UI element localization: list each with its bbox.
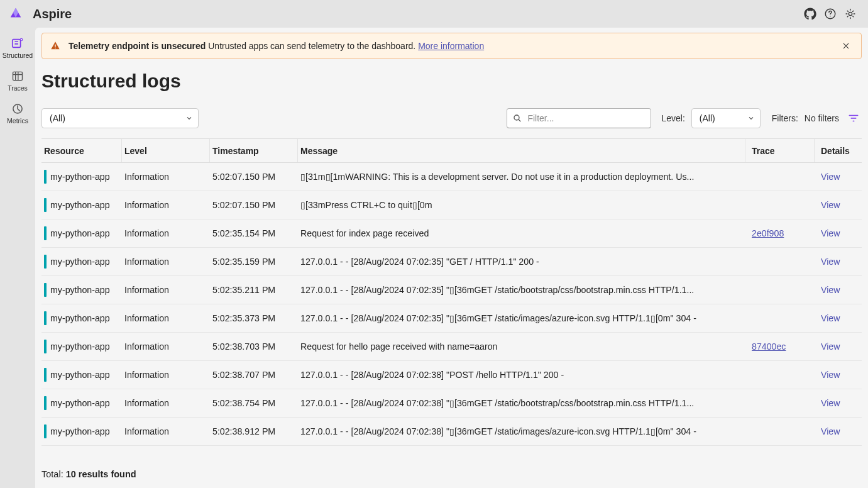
sidebar-item-structured[interactable]: Structured bbox=[1, 33, 34, 63]
timestamp-cell: 5:02:35.159 PM bbox=[210, 257, 298, 267]
message-cell: 127.0.0.1 - - [28/Aug/2024 07:02:38] "PO… bbox=[298, 370, 745, 380]
svg-point-9 bbox=[514, 115, 519, 120]
level-select-value: (All) bbox=[700, 113, 715, 123]
view-link[interactable]: View bbox=[821, 398, 840, 408]
sidebar: Structured Traces Metrics bbox=[0, 28, 35, 488]
details-cell: View bbox=[815, 341, 862, 352]
sidebar-item-traces[interactable]: Traces bbox=[1, 65, 34, 96]
trace-link[interactable]: 2e0f908 bbox=[752, 228, 784, 238]
metrics-icon bbox=[11, 102, 25, 116]
banner-bold: Telemetry endpoint is unsecured bbox=[69, 41, 206, 51]
level-select[interactable]: (All) bbox=[691, 108, 761, 128]
resource-color-bar bbox=[44, 396, 47, 410]
logs-table: Resource Level Timestamp Message Trace D… bbox=[41, 138, 862, 460]
resource-name: my-python-app bbox=[50, 228, 110, 238]
col-trace[interactable]: Trace bbox=[745, 139, 815, 162]
view-link[interactable]: View bbox=[821, 172, 840, 182]
app-logo bbox=[9, 7, 23, 21]
level-cell: Information bbox=[122, 228, 210, 238]
trace-link[interactable]: 87400ec bbox=[752, 341, 786, 352]
sidebar-item-metrics[interactable]: Metrics bbox=[1, 98, 34, 128]
resource-cell: my-python-app bbox=[41, 226, 122, 240]
sidebar-item-label: Structured bbox=[3, 52, 33, 59]
table-row[interactable]: my-python-appInformation5:02:38.707 PM12… bbox=[41, 361, 862, 389]
table-row[interactable]: my-python-appInformation5:02:38.754 PM12… bbox=[41, 389, 862, 418]
table-row[interactable]: my-python-appInformation5:02:38.912 PM12… bbox=[41, 418, 862, 446]
level-cell: Information bbox=[122, 172, 210, 182]
svg-point-1 bbox=[830, 16, 830, 16]
details-cell: View bbox=[815, 398, 862, 408]
banner-link[interactable]: More information bbox=[418, 41, 484, 51]
timestamp-cell: 5:02:35.373 PM bbox=[210, 313, 298, 323]
resource-name: my-python-app bbox=[50, 341, 110, 352]
resource-name: my-python-app bbox=[50, 313, 110, 323]
resource-name: my-python-app bbox=[50, 172, 110, 182]
close-icon[interactable] bbox=[838, 38, 854, 53]
total-count: 10 results found bbox=[66, 469, 136, 479]
table-row[interactable]: my-python-appInformation5:02:07.150 PM▯[… bbox=[41, 191, 862, 219]
table-row[interactable]: my-python-appInformation5:02:35.154 PMRe… bbox=[41, 219, 862, 248]
level-cell: Information bbox=[122, 341, 210, 352]
message-cell: 127.0.0.1 - - [28/Aug/2024 07:02:35] "▯[… bbox=[298, 313, 745, 323]
github-icon[interactable] bbox=[800, 4, 820, 24]
view-link[interactable]: View bbox=[821, 257, 840, 267]
col-level[interactable]: Level bbox=[122, 139, 210, 162]
message-cell: Request for hello page received with nam… bbox=[298, 341, 745, 352]
timestamp-cell: 5:02:07.150 PM bbox=[210, 172, 298, 182]
help-icon[interactable] bbox=[820, 4, 840, 24]
table-row[interactable]: my-python-appInformation5:02:07.150 PM▯[… bbox=[41, 163, 862, 191]
banner-rest: Untrusted apps can send telemetry to the… bbox=[208, 41, 415, 51]
level-cell: Information bbox=[122, 200, 210, 210]
details-cell: View bbox=[815, 426, 862, 436]
chevron-down-icon bbox=[747, 114, 755, 122]
resource-name: my-python-app bbox=[50, 370, 110, 380]
col-timestamp[interactable]: Timestamp bbox=[210, 139, 298, 162]
filter-icon[interactable] bbox=[845, 110, 862, 126]
view-link[interactable]: View bbox=[821, 200, 840, 210]
table-footer: Total: 10 results found bbox=[41, 460, 862, 482]
message-cell: ▯[33mPress CTRL+C to quit▯[0m bbox=[298, 200, 745, 210]
table-row[interactable]: my-python-appInformation5:02:35.159 PM12… bbox=[41, 248, 862, 276]
message-cell: ▯[31m▯[1mWARNING: This is a development … bbox=[298, 172, 745, 182]
svg-point-2 bbox=[849, 12, 852, 15]
resource-select[interactable]: (All) bbox=[41, 108, 199, 128]
table-row[interactable]: my-python-appInformation5:02:35.211 PM12… bbox=[41, 276, 862, 304]
details-cell: View bbox=[815, 200, 862, 210]
resource-color-bar bbox=[44, 311, 47, 325]
timestamp-cell: 5:02:38.754 PM bbox=[210, 398, 298, 408]
level-cell: Information bbox=[122, 426, 210, 436]
level-label: Level: bbox=[661, 113, 684, 123]
view-link[interactable]: View bbox=[821, 426, 840, 436]
resource-name: my-python-app bbox=[50, 200, 110, 210]
details-cell: View bbox=[815, 313, 862, 323]
details-cell: View bbox=[815, 257, 862, 267]
svg-rect-5 bbox=[13, 72, 23, 80]
table-row[interactable]: my-python-appInformation5:02:35.373 PM12… bbox=[41, 304, 862, 333]
view-link[interactable]: View bbox=[821, 285, 840, 295]
banner-text: Telemetry endpoint is unsecured Untruste… bbox=[69, 41, 484, 51]
view-link[interactable]: View bbox=[821, 313, 840, 323]
main-content: Telemetry endpoint is unsecured Untruste… bbox=[35, 28, 868, 488]
search-field[interactable] bbox=[526, 113, 646, 124]
filters-label: Filters: bbox=[772, 113, 798, 123]
resource-cell: my-python-app bbox=[41, 424, 122, 438]
resource-cell: my-python-app bbox=[41, 198, 122, 212]
view-link[interactable]: View bbox=[821, 370, 840, 380]
col-resource[interactable]: Resource bbox=[41, 139, 122, 162]
level-cell: Information bbox=[122, 370, 210, 380]
col-details[interactable]: Details bbox=[815, 139, 862, 162]
level-cell: Information bbox=[122, 285, 210, 295]
gear-icon[interactable] bbox=[840, 4, 860, 24]
col-message[interactable]: Message bbox=[298, 139, 745, 162]
view-link[interactable]: View bbox=[821, 228, 840, 238]
resource-color-bar bbox=[44, 368, 47, 382]
timestamp-cell: 5:02:07.150 PM bbox=[210, 200, 298, 210]
table-row[interactable]: my-python-appInformation5:02:38.703 PMRe… bbox=[41, 333, 862, 361]
search-icon bbox=[512, 113, 526, 123]
resource-name: my-python-app bbox=[50, 285, 110, 295]
details-cell: View bbox=[815, 172, 862, 182]
message-cell: 127.0.0.1 - - [28/Aug/2024 07:02:38] "▯[… bbox=[298, 426, 745, 436]
search-input[interactable] bbox=[507, 108, 651, 128]
view-link[interactable]: View bbox=[821, 341, 840, 352]
resource-name: my-python-app bbox=[50, 398, 110, 408]
